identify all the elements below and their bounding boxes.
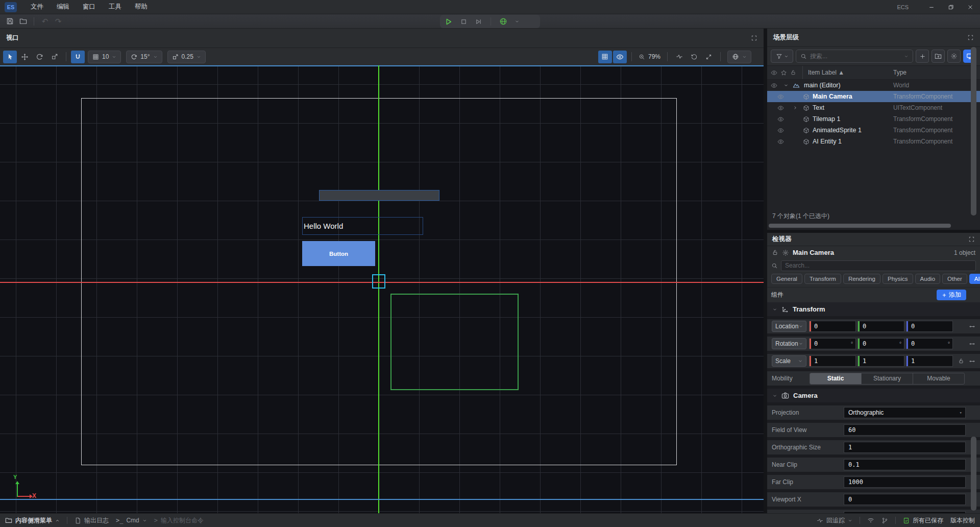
orthographic-size-input[interactable]: 1 [844,442,966,453]
inspector-vscrollbar[interactable] [971,437,976,511]
selected-object-gizmo[interactable] [372,274,385,289]
hierarchy-row[interactable]: main (Editor)World [767,80,980,91]
lock-icon[interactable] [958,358,964,365]
hierarchy-vscrollbar[interactable] [971,47,976,215]
inspector-expand-icon[interactable] [968,236,975,243]
cmd-dropdown[interactable]: >_ Cmd [116,517,147,524]
column-type[interactable]: Type [893,69,906,76]
chevron-down-icon[interactable] [783,83,789,88]
hierarchy-search-input[interactable]: 搜索... [796,50,913,63]
tab-all[interactable]: All [969,274,980,284]
rotation-y-input[interactable]: 0° [857,338,904,349]
mobility-static[interactable]: Static [810,373,861,384]
minimize-button[interactable] [922,0,941,14]
row-visibility-icon[interactable] [777,127,784,134]
menu-item-0[interactable]: 文件 [24,0,50,14]
inspector-search-input[interactable]: Search... [781,260,976,271]
hierarchy-row[interactable]: AI Entity 1TransformComponent [767,136,980,147]
tab-audio[interactable]: Audio [915,274,940,284]
undo-icon[interactable]: ↶ [38,15,52,28]
location-y-input[interactable]: 0 [857,321,904,332]
row-visibility-icon[interactable] [777,105,784,111]
hierarchy-settings-button[interactable] [947,50,961,63]
world-dropdown[interactable] [727,51,751,63]
menu-item-2[interactable]: 窗口 [76,0,102,14]
redo-icon[interactable]: ↷ [52,15,65,28]
projection-dropdown[interactable]: Orthographic▾ [844,407,966,418]
hierarchy-expand-icon[interactable] [967,34,974,41]
chevron-down-icon[interactable] [514,19,520,24]
scale-snap-dropdown[interactable]: 0.25 [167,51,206,63]
save-status[interactable]: 所有已保存 [903,516,943,525]
viewport-x-input[interactable]: 0 [844,494,966,505]
select-tool[interactable] [3,51,17,63]
rotation-mode-dropdown[interactable]: Rotation [772,338,806,349]
move-tool[interactable] [18,51,32,63]
snap-magnet-tool[interactable] [71,51,85,63]
rotate-tool[interactable] [33,51,46,63]
rotation-snap-dropdown[interactable]: 15° [126,51,162,63]
scene-canvas[interactable]: Hello World Button Y X [0,65,764,513]
scale-y-input[interactable]: 1 [857,355,904,367]
menu-item-4[interactable]: 帮助 [128,0,154,14]
location-z-input[interactable]: 0 [906,321,953,332]
scene-ui-button[interactable]: Button [302,241,375,266]
version-control-button[interactable]: 版本控制 [950,516,975,525]
branch-status-icon[interactable] [881,517,888,524]
close-button[interactable] [961,0,980,14]
play-icon[interactable] [444,17,453,26]
column-item-label[interactable]: Item Label ▲ [802,69,844,76]
location-x-input[interactable]: 0 [809,321,856,332]
chevron-right-icon[interactable] [793,105,798,110]
row-visibility-icon[interactable] [777,116,784,123]
open-folder-icon[interactable] [16,15,30,28]
content-drawer-button[interactable]: 内容侧滑菜单 [5,516,60,525]
tab-transform[interactable]: Transform [804,274,841,284]
add-component-button[interactable]: 添加 [937,290,966,300]
viewport-y-input[interactable]: 0 [844,511,966,513]
tab-other[interactable]: Other [942,274,967,284]
output-log-button[interactable]: 输出日志 [75,516,109,525]
near-clip-input[interactable]: 0.1 [844,459,966,470]
tab-general[interactable]: General [771,274,802,284]
object-lock-icon[interactable] [772,249,778,256]
rotation-z-input[interactable]: 0° [906,338,953,349]
mobility-movable[interactable]: Movable [913,373,964,384]
location-mode-dropdown[interactable]: Location [772,321,806,332]
far-clip-input[interactable]: 1000 [844,476,966,488]
uniform-link-icon[interactable] [969,341,975,347]
chevron-down-icon[interactable] [772,307,777,312]
scale-x-input[interactable]: 1 [809,355,856,367]
menu-item-3[interactable]: 工具 [102,0,128,14]
zoom-level[interactable]: 79% [636,51,663,63]
hierarchy-row[interactable]: Tilemap 1TransformComponent [767,113,980,125]
chevron-down-icon[interactable] [772,393,777,398]
tab-rendering[interactable]: Rendering [843,274,880,284]
mobility-stationary[interactable]: Stationary [861,373,913,384]
scene-panel-bar[interactable] [319,190,439,201]
row-visibility-icon[interactable] [777,138,784,145]
add-folder-button[interactable] [932,50,945,63]
object-settings-icon[interactable] [782,249,789,256]
backtrace-dropdown[interactable]: 回追踪 [817,516,852,525]
globe-icon[interactable] [499,17,507,26]
uniform-link-icon[interactable] [969,358,975,365]
hierarchy-row[interactable]: AnimatedSprite 1TransformComponent [767,125,980,136]
row-visibility-icon[interactable] [777,93,784,100]
hierarchy-hscrollbar[interactable] [769,224,951,228]
visibility-toggle[interactable] [613,51,627,63]
uniform-link-icon[interactable] [969,323,975,330]
field-of-view-input[interactable]: 60 [844,424,966,436]
scene-green-region[interactable] [390,294,519,390]
network-status-icon[interactable] [867,517,874,524]
scale-mode-dropdown[interactable]: Scale [772,355,806,367]
hierarchy-row[interactable]: TextUITextComponent [767,102,980,113]
fullscreen-icon[interactable] [702,51,716,63]
scene-text-node[interactable]: Hello World [302,217,423,235]
scale-z-input[interactable]: 1 [906,355,953,367]
save-icon[interactable] [3,15,16,28]
row-visibility-icon[interactable] [771,82,777,89]
stop-icon[interactable] [460,18,468,26]
maximize-button[interactable] [941,0,961,14]
add-object-button[interactable] [916,50,929,63]
